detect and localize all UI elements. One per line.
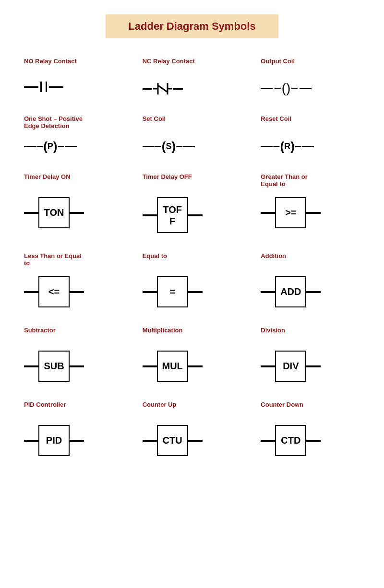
title-box: Ladder Diagram Symbols <box>106 14 278 38</box>
drawing-reset-coil: −( R )− <box>261 139 314 154</box>
mul-box: MUL <box>157 351 188 382</box>
symbol-cell-one-shot: One Shot – PositiveEdge Detection −( P )… <box>14 110 133 159</box>
line-right <box>183 146 195 147</box>
ton-box: TON <box>38 197 70 228</box>
line-right <box>65 146 77 147</box>
set-coil-symbol: −( S )− <box>143 139 195 154</box>
page-title: Ladder Diagram Symbols <box>128 20 255 32</box>
symbol-cell-add: Addition ADD <box>251 247 370 312</box>
drawing-nc-relay <box>143 82 183 96</box>
contact-bars <box>40 82 47 92</box>
symbol-cell-gte: Greater Than orEqual to >= <box>251 168 370 238</box>
drawing-mul: MUL <box>143 351 203 382</box>
ctu-symbol: CTU <box>143 425 203 456</box>
drawing-output-coil: −( )− <box>261 82 311 95</box>
label-output-coil: Output Coil <box>261 58 295 75</box>
label-nc-relay: NC Relay Contact <box>143 58 195 75</box>
label-div: Division <box>261 327 285 344</box>
drawing-no-relay <box>24 82 63 92</box>
symbol-cell-lte: Less Than or Equalto <= <box>14 247 133 312</box>
paren-box: −( S )− <box>155 139 183 154</box>
line-in <box>24 212 38 214</box>
line-out <box>188 365 203 367</box>
line-left <box>261 146 273 147</box>
line-in <box>261 291 275 293</box>
label-reset-coil: Reset Coil <box>261 115 291 132</box>
drawing-ton: TON <box>24 197 84 228</box>
symbol-cell-ctu: Counter Up CTU <box>133 396 252 461</box>
paren-close: )− <box>290 139 302 154</box>
line-in <box>143 365 157 367</box>
symbol-cell-no-relay: NO Relay Contact <box>14 53 133 101</box>
line-left <box>24 86 38 88</box>
nc-contact-symbol <box>143 82 183 96</box>
set-letter: S <box>166 141 172 152</box>
paren-close: )− <box>286 82 299 95</box>
page: Ladder Diagram Symbols NO Relay Contact … <box>0 0 384 470</box>
div-box: DIV <box>275 351 306 382</box>
label-ctd: Counter Down <box>261 401 303 418</box>
pid-box: PID <box>38 425 70 456</box>
add-symbol: ADD <box>261 276 321 307</box>
ctd-box: CTD <box>275 425 306 456</box>
label-eq: Equal to <box>143 252 167 270</box>
drawing-add: ADD <box>261 276 321 307</box>
symbol-cell-div: Division DIV <box>251 322 370 387</box>
nc-symbol-svg <box>153 82 172 96</box>
paren-box: −( P )− <box>36 139 65 154</box>
line-out <box>70 365 84 367</box>
label-sub: Subtractor <box>24 327 56 344</box>
symbol-cell-eq: Equal to = <box>133 247 252 312</box>
label-toff: Timer Delay OFF <box>143 173 192 190</box>
drawing-ctd: CTD <box>261 425 321 456</box>
paren-close: )− <box>172 139 183 154</box>
line-in <box>261 212 275 214</box>
line-in <box>24 440 38 442</box>
ctd-symbol: CTD <box>261 425 321 456</box>
no-contact-symbol <box>24 82 63 92</box>
line-out <box>306 291 321 293</box>
label-set-coil: Set Coil <box>143 115 166 132</box>
line-out <box>306 440 321 442</box>
line-out <box>70 291 84 293</box>
eq-box: = <box>157 276 188 307</box>
label-no-relay: NO Relay Contact <box>24 58 77 75</box>
pid-symbol: PID <box>24 425 84 456</box>
label-gte: Greater Than orEqual to <box>261 173 308 190</box>
drawing-eq: = <box>143 276 203 307</box>
line-out <box>70 440 84 442</box>
line-out <box>188 214 203 216</box>
line-left <box>143 146 155 147</box>
bar-right <box>46 82 47 92</box>
line-right <box>49 86 63 88</box>
lte-symbol: <= <box>24 276 84 307</box>
line-right <box>173 88 183 90</box>
drawing-set-coil: −( S )− <box>143 139 195 154</box>
line-left <box>143 88 152 90</box>
symbol-cell-ton: Timer Delay ON TON <box>14 168 133 238</box>
paren-open: −( <box>36 139 48 154</box>
drawing-sub: SUB <box>24 351 84 382</box>
sub-symbol: SUB <box>24 351 84 382</box>
toff-box: TOFF <box>157 197 188 233</box>
drawing-one-shot: −( P )− <box>24 139 77 154</box>
drawing-gte: >= <box>261 197 321 228</box>
symbol-cell-nc-relay: NC Relay Contact <box>133 53 252 101</box>
symbol-cell-pid: PID Controller PID <box>14 396 133 461</box>
line-in <box>261 440 275 442</box>
symbol-cell-mul: Multiplication MUL <box>133 322 252 387</box>
label-add: Addition <box>261 252 286 270</box>
bar-left <box>40 82 42 92</box>
line-in <box>143 214 157 216</box>
symbol-cell-ctd: Counter Down CTD <box>251 396 370 461</box>
svg-line-2 <box>158 85 168 92</box>
drawing-ctu: CTU <box>143 425 203 456</box>
drawing-toff: TOFF <box>143 197 203 233</box>
sub-box: SUB <box>38 351 70 382</box>
symbol-cell-set-coil: Set Coil −( S )− <box>133 110 252 159</box>
line-out <box>70 212 84 214</box>
line-in <box>261 365 275 367</box>
label-pid: PID Controller <box>24 401 66 418</box>
gte-symbol: >= <box>261 197 321 228</box>
ton-symbol: TON <box>24 197 84 228</box>
